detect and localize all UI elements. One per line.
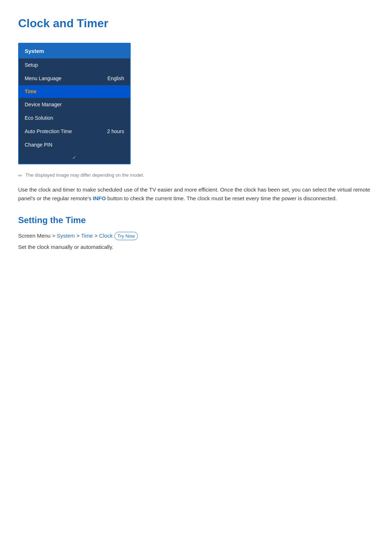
menu-item-label-eco-solution: Eco Solution (25, 114, 53, 122)
menu-item-label-auto-protection: Auto Protection Time (25, 128, 72, 135)
menu-item-auto-protection[interactable]: Auto Protection Time 2 hours (19, 125, 130, 138)
breadcrumb-system[interactable]: System (57, 233, 75, 239)
menu-item-label-setup: Setup (25, 61, 38, 69)
menu-item-device-manager[interactable]: Device Manager (19, 98, 130, 111)
note-text: The displayed image may differ depending… (25, 172, 144, 179)
breadcrumb-time[interactable]: Time (81, 233, 93, 239)
menu-item-eco-solution[interactable]: Eco Solution (19, 111, 130, 125)
menu-item-label-change-pin: Change PIN (25, 141, 52, 149)
breadcrumb-clock[interactable]: Clock (99, 233, 113, 239)
menu-item-label-language: Menu Language (25, 75, 61, 82)
chevron-down-icon: ✓ (72, 154, 77, 161)
menu-item-label-time: Time (25, 88, 36, 95)
setting-time-heading: Setting the Time (18, 214, 374, 227)
menu-items-container: Setup Menu Language English Time Device … (19, 58, 130, 164)
breadcrumb-sep2: > (93, 233, 99, 239)
menu-item-time[interactable]: Time (19, 85, 130, 98)
menu-item-language[interactable]: Menu Language English (19, 72, 130, 85)
menu-header: System (19, 44, 130, 58)
breadcrumb-sep1: > (75, 233, 81, 239)
system-menu: System Setup Menu Language English Time … (18, 43, 131, 164)
menu-item-value-language: English (107, 75, 124, 82)
pencil-icon: ✏ (18, 172, 23, 180)
body-paragraph: Use the clock and timer to make schedule… (18, 185, 374, 203)
page-title: Clock and Timer (18, 15, 374, 32)
breadcrumb-screen-menu: Screen Menu > (18, 233, 57, 239)
menu-item-value-auto-protection: 2 hours (107, 128, 124, 135)
menu-item-setup[interactable]: Setup (19, 58, 130, 72)
body-text-end: button to check the current time. The cl… (106, 195, 337, 201)
menu-item-change-pin[interactable]: Change PIN (19, 138, 130, 152)
try-now-badge[interactable]: Try Now (114, 232, 138, 241)
info-link: INFO (93, 195, 106, 201)
set-clock-description: Set the clock manually or automatically. (18, 243, 374, 251)
breadcrumb: Screen Menu > System > Time > ClockTry N… (18, 232, 374, 241)
menu-chevron: ✓ (19, 152, 130, 164)
note-row: ✏ The displayed image may differ dependi… (18, 172, 374, 180)
menu-item-label-device-manager: Device Manager (25, 101, 62, 108)
